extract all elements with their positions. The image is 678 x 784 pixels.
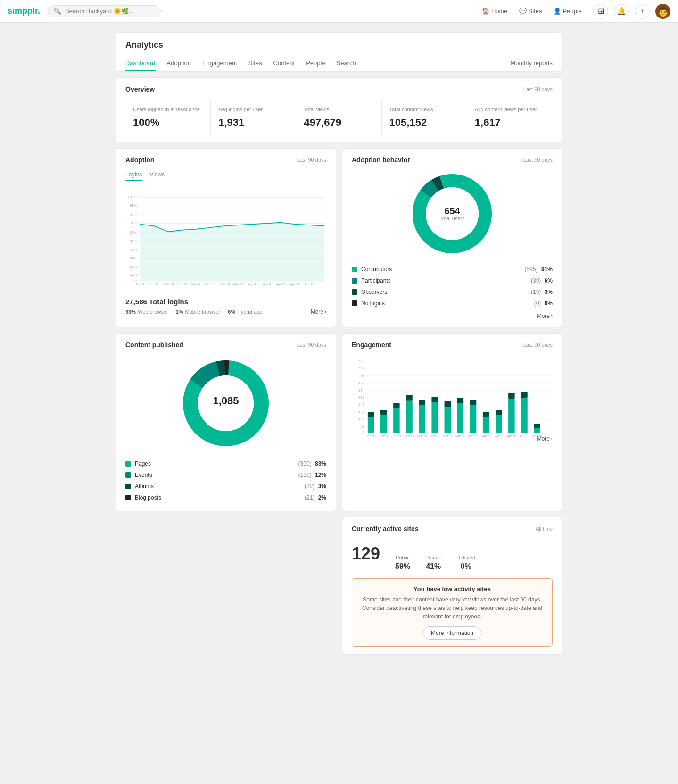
adoption-more-link[interactable]: More › [311, 309, 326, 315]
add-icon: ＋ [638, 6, 646, 16]
svg-rect-85 [457, 403, 464, 433]
pages-dot [125, 461, 131, 467]
breakdown-web: 93% Web browser [125, 309, 168, 315]
svg-rect-74 [380, 410, 387, 415]
svg-text:Mar 11: Mar 11 [205, 283, 215, 286]
svg-rect-72 [368, 412, 374, 417]
svg-text:623: 623 [358, 359, 364, 363]
overview-section: Overview Last 90 days Users logged in at… [116, 77, 562, 142]
search-input[interactable] [65, 8, 155, 15]
svg-rect-75 [393, 408, 400, 433]
site-stat-public: Public 59% [395, 555, 410, 571]
overview-period: Last 90 days [523, 86, 553, 92]
svg-text:Feb 4: Feb 4 [380, 435, 388, 438]
adoption-breakdown: 93% Web browser 1% Mobile browser 6% Hyb… [125, 309, 326, 315]
events-label: Events [135, 472, 152, 478]
adoption-behavior-donut: 654 Total users [352, 171, 553, 256]
search-icon: 🔍 [54, 8, 61, 15]
tab-engagement[interactable]: Engagement [202, 56, 237, 71]
svg-rect-89 [483, 417, 489, 433]
public-label: Public [395, 555, 410, 560]
pages-stats: (300) 83% [298, 460, 326, 467]
nav-home[interactable]: 🏠 Home [482, 8, 508, 15]
svg-text:Feb 25: Feb 25 [177, 283, 187, 286]
adoption-tab-logins[interactable]: Logins [125, 171, 142, 181]
active-sites-count: 129 [352, 544, 380, 564]
svg-text:Feb 25: Feb 25 [417, 435, 427, 438]
legend-events-left: Events [125, 472, 152, 478]
adoption-behavior-more-link[interactable]: More › [537, 313, 553, 319]
albums-stats: (32) 3% [305, 483, 326, 490]
participants-dot [352, 278, 357, 284]
svg-text:561: 561 [358, 366, 364, 370]
engagement-title: Engagement [352, 341, 391, 349]
svg-rect-84 [445, 401, 451, 407]
public-value: 59% [395, 562, 410, 571]
stat-content-views-value: 105,152 [389, 117, 459, 129]
search-bar[interactable]: 🔍 [48, 5, 161, 17]
site-stat-unlisted: Unlisted 0% [456, 555, 475, 571]
tab-adoption[interactable]: Adoption [167, 56, 191, 71]
svg-text:11%: 11% [130, 273, 137, 277]
tab-content[interactable]: Content [273, 56, 295, 71]
svg-text:40%: 40% [130, 248, 137, 252]
svg-rect-91 [496, 415, 502, 433]
overview-title: Overview [125, 85, 155, 93]
svg-text:Mar 4: Mar 4 [191, 283, 200, 286]
adoption-tab-views[interactable]: Views [149, 171, 165, 181]
tab-sites[interactable]: Sites [248, 56, 262, 71]
tab-search[interactable]: Search [337, 56, 356, 71]
albums-pct: 3% [318, 483, 326, 490]
avatar[interactable]: 👨 [655, 4, 670, 19]
blog-posts-label: Blog posts [135, 494, 161, 501]
participants-count: (39) [531, 277, 541, 284]
notification-button[interactable]: 🔔 [614, 4, 629, 19]
svg-text:Mar 18: Mar 18 [455, 435, 465, 438]
svg-text:62: 62 [360, 425, 364, 429]
tab-dashboard[interactable]: Dashboard [125, 56, 156, 71]
grid-button[interactable]: ⊞ [593, 4, 608, 19]
svg-text:51%: 51% [130, 239, 137, 243]
svg-rect-71 [368, 417, 374, 433]
svg-text:Mar 11: Mar 11 [443, 435, 453, 438]
legend-albums-left: Albums [125, 483, 154, 490]
svg-text:Apr 22: Apr 22 [520, 435, 529, 439]
contributors-dot [352, 267, 357, 272]
tab-people[interactable]: People [306, 56, 325, 71]
svg-rect-94 [508, 393, 515, 399]
svg-rect-98 [534, 424, 540, 429]
more-information-button[interactable]: More information [423, 626, 481, 640]
nav-sites-label: Sites [529, 8, 542, 15]
pages-label: Pages [135, 460, 151, 467]
nav-people[interactable]: 👤 People [554, 8, 582, 15]
svg-text:31%: 31% [130, 256, 137, 260]
svg-rect-86 [457, 398, 464, 403]
legend-pages: Pages (300) 83% [125, 458, 326, 469]
albums-count: (32) [305, 483, 314, 490]
legend-no-logins: No logins (0) 0% [352, 298, 553, 309]
overview-stats: Users logged in at least once 100% Avg l… [125, 100, 553, 134]
svg-rect-87 [470, 406, 477, 433]
adoption-section: Adoption Last 90 days Logins Views 100% … [116, 148, 336, 327]
content-engagement-row: Content published Last 90 days 1,085 [116, 333, 562, 511]
add-button[interactable]: ＋ [635, 4, 650, 19]
logo[interactable]: simpplr. [8, 6, 40, 16]
svg-text:60%: 60% [130, 230, 137, 234]
nav-sites[interactable]: 💬 Sites [519, 8, 542, 15]
legend-pages-left: Pages [125, 460, 151, 467]
legend-albums: Albums (32) 3% [125, 481, 326, 492]
svg-text:498: 498 [358, 374, 364, 378]
stat-avg-logins-label: Avg logins per user [218, 106, 288, 113]
adoption-title: Adoption [125, 156, 154, 164]
monthly-reports-link[interactable]: Monthly reports [510, 56, 553, 71]
legend-blog-posts-left: Blog posts [125, 494, 161, 501]
adoption-total: 27,586 Total logins [125, 298, 326, 306]
adoption-chart-tabs: Logins Views [125, 171, 326, 181]
active-sites-top: 129 Public 59% Private 41% Unlisted 0% [352, 540, 553, 571]
stat-content-views-label: Total content views [389, 106, 459, 113]
stat-logged-in-value: 100% [133, 117, 203, 129]
observers-dot [352, 289, 357, 295]
svg-text:Feb 11: Feb 11 [391, 435, 401, 438]
events-pct: 12% [315, 472, 326, 478]
adoption-more-label: More [311, 309, 323, 315]
